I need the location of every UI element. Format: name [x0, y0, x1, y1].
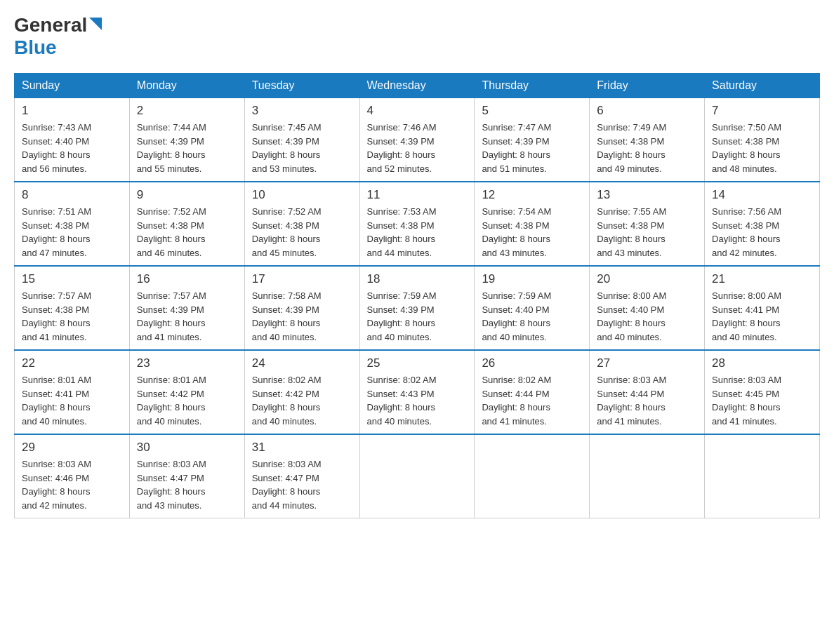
day-number: 17 — [252, 272, 352, 286]
day-info: Sunrise: 7:58 AMSunset: 4:39 PMDaylight:… — [252, 290, 322, 342]
day-info: Sunrise: 8:01 AMSunset: 4:42 PMDaylight:… — [137, 375, 206, 427]
calendar-day-cell: 29 Sunrise: 8:03 AMSunset: 4:46 PMDaylig… — [15, 434, 130, 518]
day-number: 4 — [367, 104, 468, 118]
day-info: Sunrise: 7:52 AMSunset: 4:38 PMDaylight:… — [252, 206, 322, 258]
day-number: 11 — [367, 188, 468, 202]
calendar-day-cell: 26 Sunrise: 8:02 AMSunset: 4:44 PMDaylig… — [475, 350, 590, 434]
day-info: Sunrise: 7:51 AMSunset: 4:38 PMDaylight:… — [22, 206, 91, 258]
day-number: 10 — [252, 188, 352, 202]
header-sunday: Sunday — [15, 74, 130, 98]
day-number: 16 — [137, 272, 237, 286]
day-info: Sunrise: 7:59 AMSunset: 4:40 PMDaylight:… — [482, 290, 551, 342]
logo-blue: Blue — [14, 36, 57, 58]
header-friday: Friday — [590, 74, 705, 98]
calendar-day-cell: 11 Sunrise: 7:53 AMSunset: 4:38 PMDaylig… — [359, 182, 475, 266]
calendar-day-cell: 24 Sunrise: 8:02 AMSunset: 4:42 PMDaylig… — [244, 350, 359, 434]
day-number: 7 — [712, 104, 812, 118]
day-number: 18 — [367, 272, 468, 286]
day-info: Sunrise: 8:00 AMSunset: 4:41 PMDaylight:… — [712, 290, 781, 342]
day-info: Sunrise: 8:03 AMSunset: 4:47 PMDaylight:… — [137, 459, 206, 511]
calendar-day-cell: 4 Sunrise: 7:46 AMSunset: 4:39 PMDayligh… — [359, 98, 475, 182]
calendar-day-cell: 27 Sunrise: 8:03 AMSunset: 4:44 PMDaylig… — [590, 350, 705, 434]
calendar-day-cell: 23 Sunrise: 8:01 AMSunset: 4:42 PMDaylig… — [129, 350, 244, 434]
calendar-day-cell: 1 Sunrise: 7:43 AMSunset: 4:40 PMDayligh… — [15, 98, 130, 182]
day-info: Sunrise: 8:02 AMSunset: 4:43 PMDaylight:… — [367, 375, 437, 427]
empty-cell — [590, 434, 705, 518]
day-info: Sunrise: 8:03 AMSunset: 4:47 PMDaylight:… — [252, 459, 322, 511]
calendar-day-cell: 9 Sunrise: 7:52 AMSunset: 4:38 PMDayligh… — [129, 182, 244, 266]
day-info: Sunrise: 7:57 AMSunset: 4:39 PMDaylight:… — [137, 290, 206, 342]
calendar-day-cell: 13 Sunrise: 7:55 AMSunset: 4:38 PMDaylig… — [590, 182, 705, 266]
day-number: 2 — [137, 104, 237, 118]
day-info: Sunrise: 8:02 AMSunset: 4:42 PMDaylight:… — [252, 375, 322, 427]
day-info: Sunrise: 7:55 AMSunset: 4:38 PMDaylight:… — [597, 206, 666, 258]
day-number: 27 — [597, 356, 697, 370]
day-info: Sunrise: 7:52 AMSunset: 4:38 PMDaylight:… — [137, 206, 206, 258]
calendar-day-cell: 21 Sunrise: 8:00 AMSunset: 4:41 PMDaylig… — [705, 266, 820, 350]
calendar-day-cell: 14 Sunrise: 7:56 AMSunset: 4:38 PMDaylig… — [705, 182, 820, 266]
day-number: 9 — [137, 188, 237, 202]
header-thursday: Thursday — [475, 74, 590, 98]
day-info: Sunrise: 8:00 AMSunset: 4:40 PMDaylight:… — [597, 290, 666, 342]
day-number: 22 — [22, 356, 122, 370]
calendar-day-cell: 25 Sunrise: 8:02 AMSunset: 4:43 PMDaylig… — [359, 350, 475, 434]
calendar-day-cell: 2 Sunrise: 7:44 AMSunset: 4:39 PMDayligh… — [129, 98, 244, 182]
day-info: Sunrise: 7:44 AMSunset: 4:39 PMDaylight:… — [137, 122, 206, 174]
day-info: Sunrise: 7:50 AMSunset: 4:38 PMDaylight:… — [712, 122, 781, 174]
calendar-day-cell: 15 Sunrise: 7:57 AMSunset: 4:38 PMDaylig… — [15, 266, 130, 350]
calendar-day-cell: 12 Sunrise: 7:54 AMSunset: 4:38 PMDaylig… — [475, 182, 590, 266]
calendar-week-row: 15 Sunrise: 7:57 AMSunset: 4:38 PMDaylig… — [15, 266, 820, 350]
calendar-day-cell: 6 Sunrise: 7:49 AMSunset: 4:38 PMDayligh… — [590, 98, 705, 182]
calendar-day-cell: 20 Sunrise: 8:00 AMSunset: 4:40 PMDaylig… — [590, 266, 705, 350]
day-number: 21 — [712, 272, 812, 286]
day-number: 14 — [712, 188, 812, 202]
day-number: 28 — [712, 356, 812, 370]
calendar-table: SundayMondayTuesdayWednesdayThursdayFrid… — [14, 73, 820, 518]
header-tuesday: Tuesday — [244, 74, 359, 98]
calendar-week-row: 29 Sunrise: 8:03 AMSunset: 4:46 PMDaylig… — [15, 434, 820, 518]
calendar-day-cell: 19 Sunrise: 7:59 AMSunset: 4:40 PMDaylig… — [475, 266, 590, 350]
day-number: 24 — [252, 356, 352, 370]
day-info: Sunrise: 7:54 AMSunset: 4:38 PMDaylight:… — [482, 206, 551, 258]
header-wednesday: Wednesday — [359, 74, 475, 98]
day-info: Sunrise: 8:01 AMSunset: 4:41 PMDaylight:… — [22, 375, 91, 427]
day-info: Sunrise: 7:49 AMSunset: 4:38 PMDaylight:… — [597, 122, 666, 174]
day-number: 3 — [252, 104, 352, 118]
calendar-day-cell: 28 Sunrise: 8:03 AMSunset: 4:45 PMDaylig… — [705, 350, 820, 434]
day-number: 5 — [482, 104, 582, 118]
page-header: General Blue — [14, 14, 820, 59]
day-number: 31 — [252, 441, 352, 455]
day-info: Sunrise: 7:43 AMSunset: 4:40 PMDaylight:… — [22, 122, 91, 174]
svg-marker-0 — [89, 18, 102, 30]
day-info: Sunrise: 7:53 AMSunset: 4:38 PMDaylight:… — [367, 206, 437, 258]
calendar-day-cell: 18 Sunrise: 7:59 AMSunset: 4:39 PMDaylig… — [359, 266, 475, 350]
calendar-day-cell: 30 Sunrise: 8:03 AMSunset: 4:47 PMDaylig… — [129, 434, 244, 518]
day-info: Sunrise: 7:46 AMSunset: 4:39 PMDaylight:… — [367, 122, 437, 174]
logo: General Blue — [14, 14, 102, 59]
empty-cell — [705, 434, 820, 518]
day-number: 20 — [597, 272, 697, 286]
day-number: 12 — [482, 188, 582, 202]
calendar-day-cell: 16 Sunrise: 7:57 AMSunset: 4:39 PMDaylig… — [129, 266, 244, 350]
day-number: 13 — [597, 188, 697, 202]
calendar-week-row: 1 Sunrise: 7:43 AMSunset: 4:40 PMDayligh… — [15, 98, 820, 182]
day-info: Sunrise: 7:57 AMSunset: 4:38 PMDaylight:… — [22, 290, 91, 342]
day-number: 30 — [137, 441, 237, 455]
calendar-day-cell: 22 Sunrise: 8:01 AMSunset: 4:41 PMDaylig… — [15, 350, 130, 434]
calendar-day-cell: 10 Sunrise: 7:52 AMSunset: 4:38 PMDaylig… — [244, 182, 359, 266]
day-number: 19 — [482, 272, 582, 286]
empty-cell — [475, 434, 590, 518]
empty-cell — [359, 434, 475, 518]
day-info: Sunrise: 8:03 AMSunset: 4:46 PMDaylight:… — [22, 459, 91, 511]
day-number: 29 — [22, 441, 122, 455]
day-number: 25 — [367, 356, 468, 370]
day-number: 15 — [22, 272, 122, 286]
calendar-day-cell: 3 Sunrise: 7:45 AMSunset: 4:39 PMDayligh… — [244, 98, 359, 182]
calendar-header-row: SundayMondayTuesdayWednesdayThursdayFrid… — [15, 74, 820, 98]
calendar-week-row: 22 Sunrise: 8:01 AMSunset: 4:41 PMDaylig… — [15, 350, 820, 434]
calendar-day-cell: 7 Sunrise: 7:50 AMSunset: 4:38 PMDayligh… — [705, 98, 820, 182]
day-info: Sunrise: 7:56 AMSunset: 4:38 PMDaylight:… — [712, 206, 781, 258]
calendar-day-cell: 8 Sunrise: 7:51 AMSunset: 4:38 PMDayligh… — [15, 182, 130, 266]
calendar-day-cell: 17 Sunrise: 7:58 AMSunset: 4:39 PMDaylig… — [244, 266, 359, 350]
header-monday: Monday — [129, 74, 244, 98]
